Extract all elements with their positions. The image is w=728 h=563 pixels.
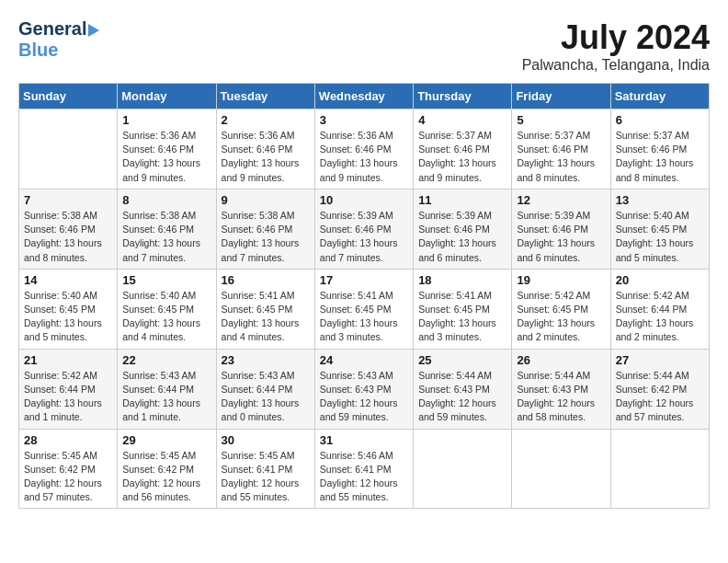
- day-number: 11: [418, 193, 506, 207]
- calendar-cell: 14Sunrise: 5:40 AM Sunset: 6:45 PM Dayli…: [19, 269, 118, 349]
- col-header-monday: Monday: [118, 84, 216, 109]
- logo-blue-text: Blue: [18, 40, 58, 61]
- day-number: 6: [616, 113, 704, 127]
- day-number: 20: [616, 273, 704, 287]
- day-number: 14: [24, 273, 112, 287]
- col-header-sunday: Sunday: [19, 84, 118, 109]
- day-info: Sunrise: 5:42 AM Sunset: 6:44 PM Dayligh…: [616, 289, 704, 345]
- day-info: Sunrise: 5:40 AM Sunset: 6:45 PM Dayligh…: [616, 209, 704, 265]
- day-info: Sunrise: 5:43 AM Sunset: 6:43 PM Dayligh…: [320, 369, 408, 425]
- week-row-4: 21Sunrise: 5:42 AM Sunset: 6:44 PM Dayli…: [19, 349, 710, 429]
- day-info: Sunrise: 5:42 AM Sunset: 6:45 PM Dayligh…: [517, 289, 605, 345]
- calendar-cell: 23Sunrise: 5:43 AM Sunset: 6:44 PM Dayli…: [216, 349, 314, 429]
- calendar-cell: 27Sunrise: 5:44 AM Sunset: 6:42 PM Dayli…: [610, 349, 709, 429]
- calendar-cell: 16Sunrise: 5:41 AM Sunset: 6:45 PM Dayli…: [216, 269, 314, 349]
- day-number: 25: [418, 353, 506, 367]
- day-info: Sunrise: 5:38 AM Sunset: 6:46 PM Dayligh…: [24, 209, 112, 265]
- calendar-cell: 22Sunrise: 5:43 AM Sunset: 6:44 PM Dayli…: [118, 349, 216, 429]
- day-info: Sunrise: 5:37 AM Sunset: 6:46 PM Dayligh…: [517, 129, 605, 185]
- day-number: 23: [222, 353, 310, 367]
- calendar-cell: 5Sunrise: 5:37 AM Sunset: 6:46 PM Daylig…: [512, 109, 610, 190]
- calendar-cell: 26Sunrise: 5:44 AM Sunset: 6:43 PM Dayli…: [512, 349, 610, 429]
- day-info: Sunrise: 5:36 AM Sunset: 6:46 PM Dayligh…: [122, 129, 210, 185]
- logo: General Blue: [18, 18, 99, 61]
- calendar-cell: 11Sunrise: 5:39 AM Sunset: 6:46 PM Dayli…: [414, 189, 512, 269]
- day-number: 8: [122, 193, 210, 207]
- day-info: Sunrise: 5:37 AM Sunset: 6:46 PM Dayligh…: [418, 129, 506, 185]
- calendar-cell: 10Sunrise: 5:39 AM Sunset: 6:46 PM Dayli…: [314, 189, 413, 269]
- col-header-friday: Friday: [512, 84, 610, 109]
- day-number: 7: [24, 193, 112, 207]
- calendar-cell: 9Sunrise: 5:38 AM Sunset: 6:46 PM Daylig…: [216, 189, 314, 269]
- day-info: Sunrise: 5:39 AM Sunset: 6:46 PM Dayligh…: [418, 209, 506, 265]
- logo-general-text: General: [18, 18, 86, 40]
- day-number: 5: [517, 113, 605, 127]
- calendar-cell: 17Sunrise: 5:41 AM Sunset: 6:45 PM Dayli…: [314, 269, 413, 349]
- calendar-cell: [414, 429, 512, 509]
- day-info: Sunrise: 5:40 AM Sunset: 6:45 PM Dayligh…: [24, 289, 112, 345]
- calendar-cell: 12Sunrise: 5:39 AM Sunset: 6:46 PM Dayli…: [512, 189, 610, 269]
- month-year-title: July 2024: [522, 18, 710, 57]
- calendar-cell: [610, 429, 709, 509]
- calendar-cell: 21Sunrise: 5:42 AM Sunset: 6:44 PM Dayli…: [19, 349, 118, 429]
- title-block: July 2024 Palwancha, Telangana, India: [522, 18, 710, 74]
- day-info: Sunrise: 5:41 AM Sunset: 6:45 PM Dayligh…: [418, 289, 506, 345]
- calendar-body: 1Sunrise: 5:36 AM Sunset: 6:46 PM Daylig…: [19, 109, 710, 509]
- calendar-cell: 30Sunrise: 5:45 AM Sunset: 6:41 PM Dayli…: [216, 429, 314, 509]
- calendar-cell: [19, 109, 118, 190]
- day-number: 12: [517, 193, 605, 207]
- day-number: 4: [418, 113, 506, 127]
- day-number: 17: [320, 273, 408, 287]
- day-info: Sunrise: 5:45 AM Sunset: 6:42 PM Dayligh…: [24, 449, 112, 505]
- day-info: Sunrise: 5:45 AM Sunset: 6:41 PM Dayligh…: [222, 449, 310, 505]
- day-info: Sunrise: 5:36 AM Sunset: 6:46 PM Dayligh…: [222, 129, 310, 185]
- calendar-cell: 24Sunrise: 5:43 AM Sunset: 6:43 PM Dayli…: [314, 349, 413, 429]
- calendar-cell: 28Sunrise: 5:45 AM Sunset: 6:42 PM Dayli…: [19, 429, 118, 509]
- day-info: Sunrise: 5:36 AM Sunset: 6:46 PM Dayligh…: [320, 129, 408, 185]
- day-info: Sunrise: 5:40 AM Sunset: 6:45 PM Dayligh…: [122, 289, 210, 345]
- day-info: Sunrise: 5:41 AM Sunset: 6:45 PM Dayligh…: [222, 289, 310, 345]
- col-header-thursday: Thursday: [414, 84, 512, 109]
- day-info: Sunrise: 5:37 AM Sunset: 6:46 PM Dayligh…: [616, 129, 704, 185]
- col-header-tuesday: Tuesday: [216, 84, 314, 109]
- calendar-cell: 2Sunrise: 5:36 AM Sunset: 6:46 PM Daylig…: [216, 109, 314, 190]
- week-row-5: 28Sunrise: 5:45 AM Sunset: 6:42 PM Dayli…: [19, 429, 710, 509]
- day-number: 29: [122, 433, 210, 447]
- day-info: Sunrise: 5:44 AM Sunset: 6:43 PM Dayligh…: [418, 369, 506, 425]
- day-number: 26: [517, 353, 605, 367]
- calendar-cell: 15Sunrise: 5:40 AM Sunset: 6:45 PM Dayli…: [118, 269, 216, 349]
- day-info: Sunrise: 5:39 AM Sunset: 6:46 PM Dayligh…: [517, 209, 605, 265]
- week-row-1: 1Sunrise: 5:36 AM Sunset: 6:46 PM Daylig…: [19, 109, 710, 190]
- calendar-cell: 25Sunrise: 5:44 AM Sunset: 6:43 PM Dayli…: [414, 349, 512, 429]
- day-number: 31: [320, 433, 408, 447]
- day-info: Sunrise: 5:43 AM Sunset: 6:44 PM Dayligh…: [222, 369, 310, 425]
- day-number: 1: [122, 113, 210, 127]
- day-info: Sunrise: 5:46 AM Sunset: 6:41 PM Dayligh…: [320, 449, 408, 505]
- day-number: 10: [320, 193, 408, 207]
- column-headers-row: SundayMondayTuesdayWednesdayThursdayFrid…: [19, 84, 710, 109]
- day-info: Sunrise: 5:45 AM Sunset: 6:42 PM Dayligh…: [122, 449, 210, 505]
- day-info: Sunrise: 5:43 AM Sunset: 6:44 PM Dayligh…: [122, 369, 210, 425]
- day-number: 13: [616, 193, 704, 207]
- calendar-cell: 19Sunrise: 5:42 AM Sunset: 6:45 PM Dayli…: [512, 269, 610, 349]
- calendar-cell: 4Sunrise: 5:37 AM Sunset: 6:46 PM Daylig…: [414, 109, 512, 190]
- day-info: Sunrise: 5:44 AM Sunset: 6:42 PM Dayligh…: [616, 369, 704, 425]
- day-info: Sunrise: 5:44 AM Sunset: 6:43 PM Dayligh…: [517, 369, 605, 425]
- calendar-cell: 8Sunrise: 5:38 AM Sunset: 6:46 PM Daylig…: [118, 189, 216, 269]
- calendar-cell: 1Sunrise: 5:36 AM Sunset: 6:46 PM Daylig…: [118, 109, 216, 190]
- day-info: Sunrise: 5:39 AM Sunset: 6:46 PM Dayligh…: [320, 209, 408, 265]
- logo-arrow-icon: [88, 24, 99, 37]
- day-number: 18: [418, 273, 506, 287]
- calendar-cell: 13Sunrise: 5:40 AM Sunset: 6:45 PM Dayli…: [610, 189, 709, 269]
- location-subtitle: Palwancha, Telangana, India: [522, 57, 710, 74]
- day-number: 3: [320, 113, 408, 127]
- day-number: 9: [222, 193, 310, 207]
- calendar-cell: [512, 429, 610, 509]
- calendar-cell: 3Sunrise: 5:36 AM Sunset: 6:46 PM Daylig…: [314, 109, 413, 190]
- day-number: 19: [517, 273, 605, 287]
- week-row-3: 14Sunrise: 5:40 AM Sunset: 6:45 PM Dayli…: [19, 269, 710, 349]
- calendar-cell: 31Sunrise: 5:46 AM Sunset: 6:41 PM Dayli…: [314, 429, 413, 509]
- col-header-saturday: Saturday: [610, 84, 709, 109]
- calendar-cell: 20Sunrise: 5:42 AM Sunset: 6:44 PM Dayli…: [610, 269, 709, 349]
- day-number: 27: [616, 353, 704, 367]
